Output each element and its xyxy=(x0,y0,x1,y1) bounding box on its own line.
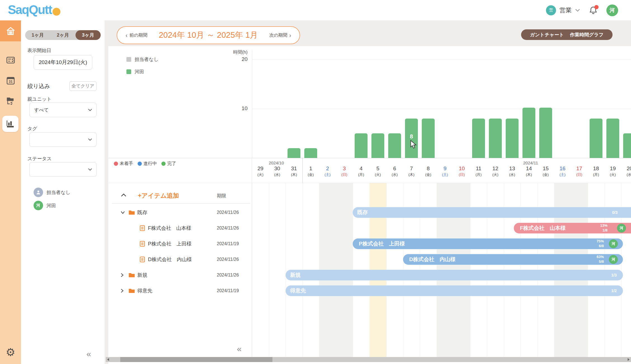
sidebar-item-calendar[interactable]: 31 xyxy=(0,72,21,89)
sidebar-item-home[interactable] xyxy=(0,20,21,41)
tag-select[interactable] xyxy=(29,132,96,147)
horizontal-scrollbar[interactable] xyxy=(106,357,631,362)
chevron-right-icon xyxy=(121,273,124,277)
status-dot xyxy=(114,162,118,166)
hours-bar-13[interactable] xyxy=(506,119,519,158)
date-weekday: (木) xyxy=(521,172,537,177)
date-cell: 13(水) xyxy=(504,158,521,177)
scroll-right-arrow[interactable] xyxy=(628,358,630,361)
gantt-task-bar[interactable]: P株式会社 上田様75%6/8河 xyxy=(353,238,623,249)
hours-bar-4[interactable] xyxy=(355,133,368,158)
home-icon xyxy=(5,26,16,36)
sidebar-item-unit-tree[interactable] xyxy=(0,93,21,109)
svg-text:31: 31 xyxy=(8,79,12,84)
row-due-date: 2024/11/26 xyxy=(217,226,239,231)
status-legend-item: 完了 xyxy=(161,161,176,167)
hours-bar-15[interactable] xyxy=(539,108,552,158)
app-logo[interactable]: SaqQutt xyxy=(8,3,60,17)
parent-unit-value: すべて xyxy=(34,107,49,113)
group-row-name[interactable]: 新規 xyxy=(137,272,147,278)
gantt-bar-fraction: 1/2 xyxy=(611,289,617,293)
sidebar-item-task-list[interactable] xyxy=(0,52,21,68)
assignee-avatar: 河 xyxy=(34,201,43,210)
gantt-group-bar[interactable]: 新規1/3 xyxy=(286,270,623,280)
period-label: 2024年 10月 ～ 2025年 1月 xyxy=(149,30,268,41)
sidebar-item-settings[interactable]: ⚙ xyxy=(0,344,21,361)
date-number: 11 xyxy=(470,166,487,172)
item-row-name[interactable]: F株式会社 山本様 xyxy=(148,225,191,231)
range-option-1ヶ月[interactable]: 1ヶ月 xyxy=(25,30,50,40)
view-button-gantt[interactable]: ガントチャート xyxy=(528,31,566,38)
view-button-work-graph[interactable]: 作業時間グラフ xyxy=(568,31,605,38)
hours-bar-6[interactable] xyxy=(388,133,401,158)
notifications-button[interactable] xyxy=(588,6,598,15)
status-select[interactable] xyxy=(29,162,96,177)
hours-bar-8[interactable] xyxy=(422,119,435,158)
date-weekday: (月) xyxy=(470,172,487,177)
item-row-name[interactable]: P株式会社 上田様 xyxy=(148,240,192,247)
hours-bar-18[interactable] xyxy=(590,119,602,158)
folder-icon xyxy=(128,288,135,294)
narrow-title: 絞り込み xyxy=(27,82,50,90)
hours-bar-5[interactable] xyxy=(371,133,384,158)
group-row-name[interactable]: 得意先 xyxy=(137,287,152,294)
scrollbar-thumb[interactable] xyxy=(120,357,272,362)
clear-all-button[interactable]: 全てクリア xyxy=(69,81,96,91)
assignee-row[interactable]: 河河田 xyxy=(34,201,56,210)
row-due-date: 2024/11/19 xyxy=(217,241,239,246)
mouse-cursor xyxy=(410,140,418,149)
gantt-task-bar[interactable]: D株式会社 内山様63%5/8河 xyxy=(403,254,623,265)
assignee-row[interactable]: 担当者なし xyxy=(34,188,70,197)
hours-bar-12[interactable] xyxy=(489,119,502,158)
date-weekday: (月) xyxy=(588,172,604,177)
workspace-switcher[interactable]: 営 営業 xyxy=(546,5,580,15)
bar-hover-value: 8 xyxy=(406,133,417,140)
hours-bar-1[interactable] xyxy=(304,148,317,158)
legend-label: 担当者なし xyxy=(135,56,159,63)
scroll-left-arrow[interactable] xyxy=(107,358,109,361)
range-option-2ヶ月[interactable]: 2ヶ月 xyxy=(50,30,76,40)
range-option-3ヶ月[interactable]: 3ヶ月 xyxy=(76,30,101,40)
date-number: 9 xyxy=(437,166,453,172)
user-avatar[interactable]: 河 xyxy=(606,4,618,16)
date-number: 29 xyxy=(252,166,269,172)
add-item-button[interactable]: +アイテム追加 xyxy=(136,191,181,200)
parent-unit-select[interactable]: すべて xyxy=(29,103,96,117)
item-row-name[interactable]: D株式会社 内山様 xyxy=(148,256,192,263)
hours-bar-20[interactable] xyxy=(623,133,631,158)
start-date-input[interactable]: 2024年10月29日(火) xyxy=(34,55,92,70)
gantt-column-line xyxy=(252,183,252,357)
gantt-group-bar[interactable]: 得意先1/2 xyxy=(286,285,623,296)
expand-group-button[interactable] xyxy=(121,273,124,277)
gantt-group-bar[interactable]: 既存0/3 xyxy=(353,207,631,218)
date-cell: 7(木) xyxy=(403,158,420,177)
date-weekday: (金) xyxy=(302,172,319,177)
group-row-name[interactable]: 既存 xyxy=(137,209,147,216)
hours-bar-31[interactable] xyxy=(288,148,300,158)
date-cell: 8(金) xyxy=(420,158,437,177)
sidebar-item-work-graph[interactable] xyxy=(2,116,18,132)
assignee-name: 担当者なし xyxy=(46,189,70,196)
status-label: 未着手 xyxy=(120,161,133,167)
date-cell: 15(金) xyxy=(537,158,554,177)
collapse-item-list-button[interactable]: « xyxy=(237,345,242,353)
gantt-bar-fraction: 1/8 xyxy=(600,228,608,233)
gridline-10 xyxy=(252,109,631,109)
status-dot xyxy=(138,162,142,166)
row-due-date: 2024/11/19 xyxy=(217,288,239,293)
tag-label: タグ xyxy=(27,126,37,132)
collapse-group-button[interactable] xyxy=(121,211,125,214)
hours-bar-19[interactable] xyxy=(606,119,619,158)
collapse-filter-panel-button[interactable]: « xyxy=(86,350,91,358)
gantt-task-bar[interactable]: F株式会社 山本様13%1/8河 xyxy=(514,223,631,233)
hours-bar-11[interactable] xyxy=(472,119,485,158)
date-number: 19 xyxy=(604,166,621,172)
next-period-button[interactable]: 次の期間 › xyxy=(268,32,300,39)
prev-period-button[interactable]: ‹ 前の期間 xyxy=(117,32,149,39)
collapse-all-rows-button[interactable] xyxy=(121,193,127,197)
date-number: 8 xyxy=(420,166,437,172)
date-cell: 18(月) xyxy=(588,158,604,177)
hours-bar-14[interactable] xyxy=(522,108,535,158)
expand-group-button[interactable] xyxy=(121,289,124,293)
gantt-bar-progress: 75%6/8 xyxy=(597,239,604,249)
